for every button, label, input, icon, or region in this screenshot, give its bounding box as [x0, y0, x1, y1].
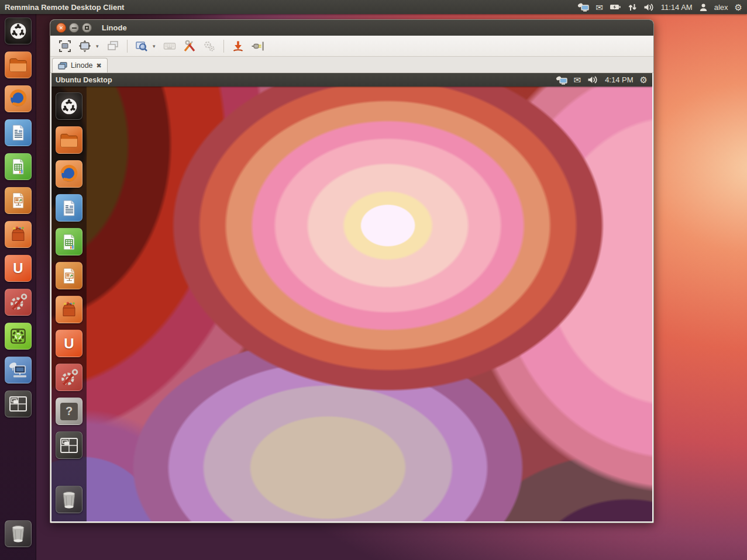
remote-launcher-item-dash-home[interactable] — [56, 92, 82, 120]
writer-document-icon — [60, 199, 78, 217]
zoom-options-caret[interactable] — [153, 43, 159, 49]
disconnect-button[interactable] — [249, 38, 267, 54]
session-gear-icon[interactable] — [640, 75, 648, 84]
username[interactable]: alex — [714, 3, 728, 12]
remote-launcher-item-libreoffice-impress[interactable] — [56, 262, 82, 289]
workspace-grid-icon — [59, 437, 79, 454]
impress-document-icon — [60, 267, 78, 285]
remote-launcher: U ? — [51, 87, 87, 521]
trash-can-icon — [60, 490, 78, 510]
remote-launcher-item-workspace-switcher[interactable] — [56, 431, 82, 459]
workspace-grid-icon — [8, 395, 28, 413]
tab-monitor-icon — [58, 62, 67, 70]
remote-launcher-item-libreoffice-calc[interactable] — [56, 228, 82, 255]
window-close-button[interactable] — [56, 23, 66, 33]
remote-launcher-item-home-folder[interactable] — [56, 126, 82, 154]
remote-tray: 4:14 PM — [556, 75, 648, 85]
network-traffic-icon[interactable] — [628, 3, 637, 12]
orange-down-arrow-icon — [232, 40, 245, 53]
host-launcher: U — [0, 14, 36, 560]
host-desktop-wallpaper: Remmina Remote Desktop Client 11:14 AM a… — [0, 0, 747, 560]
remmina-titlebar: Linode — [50, 20, 653, 36]
remote-launcher-item-system-settings[interactable] — [56, 364, 82, 391]
session-gear-icon[interactable] — [735, 3, 742, 12]
remote-launcher-item-libreoffice-writer[interactable] — [56, 194, 82, 222]
remote-launcher-item-ubuntu-software-center[interactable] — [56, 296, 82, 323]
toggle-fullscreen-button[interactable] — [56, 38, 74, 54]
remote-launcher-item-trash[interactable] — [56, 486, 82, 513]
launcher-item-firefox[interactable] — [5, 85, 32, 112]
window-maximize-button[interactable] — [82, 23, 92, 33]
remmina-tabbar: Linode — [50, 57, 653, 73]
unplug-icon — [251, 40, 265, 53]
ubuntu-one-letter: U — [13, 260, 23, 276]
host-clock[interactable]: 11:14 AM — [661, 3, 693, 12]
mail-icon[interactable] — [595, 3, 603, 12]
green-ubuntu-gear-icon — [8, 326, 28, 346]
launcher-item-libreoffice-calc[interactable] — [5, 153, 32, 180]
mail-icon[interactable] — [574, 75, 581, 84]
minimize-window-button[interactable] — [229, 38, 247, 54]
tools-button[interactable] — [181, 38, 198, 54]
remote-clock[interactable]: 4:14 PM — [605, 75, 633, 84]
remote-desktop-title: Ubuntu Desktop — [56, 76, 112, 84]
launcher-item-trash[interactable] — [5, 520, 32, 547]
window-title: Linode — [102, 23, 127, 32]
scaled-mode-icon — [78, 40, 91, 53]
software-center-bag-icon — [9, 225, 27, 244]
remote-viewport: Ubuntu Desktop 4:14 PM — [50, 73, 653, 523]
impress-document-icon — [9, 191, 27, 210]
launcher-item-home-folder[interactable] — [5, 51, 32, 78]
grab-keyboard-button[interactable] — [161, 38, 178, 54]
remote-launcher-item-firefox[interactable] — [56, 160, 82, 188]
folder-icon — [8, 56, 28, 74]
launcher-item-system-settings[interactable] — [5, 289, 32, 316]
tools-icon — [183, 40, 196, 53]
software-center-bag-icon — [60, 300, 78, 319]
remmina-window: Linode — [50, 19, 654, 523]
remote-desktop-indicator-icon[interactable] — [556, 75, 567, 85]
tab-close-icon[interactable] — [97, 62, 102, 70]
remote-desktop-canvas[interactable]: Ubuntu Desktop 4:14 PM — [51, 73, 652, 521]
user-icon[interactable] — [699, 3, 708, 12]
ubuntu-logo-icon — [59, 96, 79, 116]
host-top-panel: Remmina Remote Desktop Client 11:14 AM a… — [0, 0, 747, 14]
launcher-item-remmina[interactable] — [5, 357, 32, 383]
writer-document-icon — [9, 123, 27, 142]
window-minimize-button[interactable] — [69, 23, 79, 33]
keyboard-icon — [163, 40, 176, 53]
remote-launcher-item-ubuntu-one[interactable]: U — [56, 330, 82, 357]
switch-tab-pages-button[interactable] — [104, 38, 122, 54]
app-title: Remmina Remote Desktop Client — [5, 3, 124, 12]
volume-icon[interactable] — [587, 75, 598, 84]
connection-tab-linode[interactable]: Linode — [52, 58, 108, 72]
remmina-icon — [8, 360, 29, 380]
tab-label: Linode — [71, 61, 93, 70]
remote-top-panel: Ubuntu Desktop 4:14 PM — [51, 73, 652, 87]
remote-desktop-indicator-icon[interactable] — [577, 2, 589, 12]
calc-document-icon — [60, 233, 78, 251]
launcher-item-ubuntu-software-center[interactable] — [5, 221, 32, 248]
zoom-window-icon — [135, 40, 148, 53]
volume-icon[interactable] — [643, 3, 655, 12]
toggle-scaled-mode-button[interactable] — [76, 38, 94, 54]
preferences-button[interactable] — [201, 38, 218, 54]
launcher-item-workspace-switcher[interactable] — [5, 390, 32, 417]
launcher-item-ubuntu-one[interactable]: U — [5, 255, 32, 282]
scaled-mode-options-caret[interactable] — [96, 43, 102, 49]
folder-icon — [59, 132, 79, 149]
settings-gear-wrench-icon — [59, 368, 79, 388]
launcher-item-ubuntu-software[interactable] — [5, 323, 32, 350]
tab-pages-icon — [106, 40, 119, 53]
firefox-icon — [59, 164, 79, 184]
launcher-item-libreoffice-impress[interactable] — [5, 187, 32, 214]
battery-icon[interactable] — [610, 3, 621, 11]
firefox-icon — [8, 89, 28, 109]
fullscreen-icon — [58, 40, 71, 53]
remote-launcher-item-unknown-window[interactable]: ? — [56, 397, 82, 425]
calc-document-icon — [9, 157, 27, 176]
zoom-window-button[interactable] — [133, 38, 150, 54]
launcher-item-libreoffice-writer[interactable] — [5, 119, 32, 146]
toolbar-separator — [127, 40, 128, 53]
launcher-item-dash-home[interactable] — [5, 18, 32, 44]
